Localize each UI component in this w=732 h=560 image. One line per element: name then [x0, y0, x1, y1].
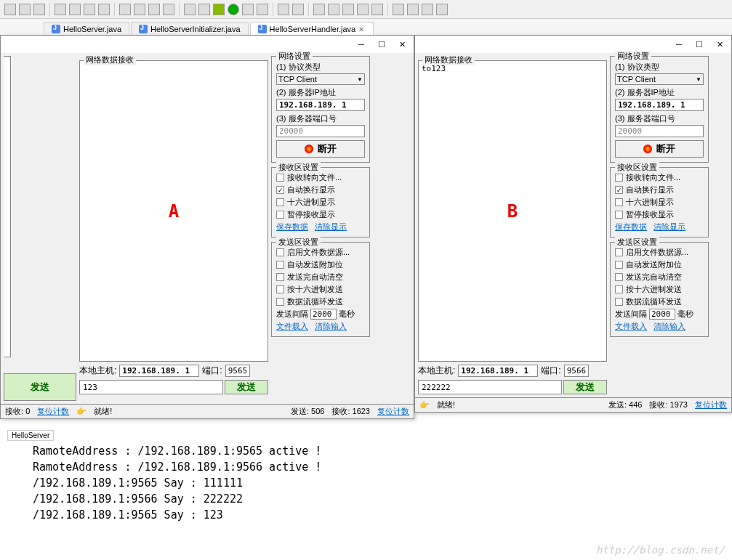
toolbar-icon[interactable]	[357, 4, 369, 15]
checkbox[interactable]	[276, 211, 284, 219]
checkbox[interactable]	[615, 211, 623, 219]
local-port-input[interactable]	[564, 365, 589, 377]
local-port-input[interactable]	[225, 365, 250, 377]
reset-link[interactable]: 复位计数	[377, 406, 409, 417]
proto-combo[interactable]: TCP Client ▼	[615, 73, 704, 85]
toolbar-icon[interactable]	[163, 4, 174, 15]
chk-label: 按十六进制发送	[287, 284, 343, 295]
close-button[interactable]: ✕	[392, 37, 412, 52]
disconnect-button[interactable]: 断开	[276, 140, 365, 158]
reset-link[interactable]: 复位计数	[37, 406, 69, 417]
toolbar-icon[interactable]	[184, 4, 196, 15]
checkbox[interactable]: ✓	[276, 186, 284, 194]
chk-label: 接收转向文件...	[287, 172, 342, 183]
clear-display-link[interactable]: 清除显示	[315, 222, 347, 231]
send-input[interactable]	[418, 380, 562, 394]
server-ip-input[interactable]	[276, 99, 365, 111]
console-line: RamoteAddress : /192.168.189.1:9566 acti…	[33, 459, 321, 475]
port-label: 端口:	[541, 365, 560, 377]
send-button[interactable]: 发送	[225, 380, 268, 394]
toolbar-icon[interactable]	[242, 4, 254, 15]
toolbar-icon[interactable]	[393, 4, 404, 15]
toolbar-icon[interactable]	[98, 4, 110, 15]
checkbox[interactable]	[276, 174, 284, 182]
tab-helloserverinitializer[interactable]: HelloServerInitializer.java	[131, 22, 249, 36]
checkbox[interactable]	[276, 261, 284, 269]
recv-textarea[interactable]: A	[79, 60, 268, 362]
proto-combo[interactable]: TCP Client ▼	[276, 73, 365, 85]
chk-label: 自动换行显示	[287, 184, 335, 195]
close-icon[interactable]: ✕	[358, 25, 366, 33]
toolbar-icon[interactable]	[292, 4, 304, 15]
toolbar-icon[interactable]	[328, 4, 339, 15]
toolbar-icon[interactable]	[148, 4, 160, 15]
checkbox[interactable]: ✓	[615, 186, 623, 194]
save-data-link[interactable]: 保存数据	[615, 222, 647, 231]
send-settings-group: 发送区设置 启用文件数据源... 自动发送附加位 发送完自动清空 按十六进制发送…	[271, 242, 370, 337]
console-tab[interactable]: HelloServer	[7, 430, 54, 441]
toolbar-icon[interactable]	[436, 4, 448, 15]
toolbar-icon[interactable]	[84, 4, 95, 15]
toolbar-icon[interactable]	[198, 4, 210, 15]
file-load-link[interactable]: 文件载入	[276, 322, 308, 330]
toolbar-icon[interactable]	[33, 4, 45, 15]
tab-helloserverhandler[interactable]: HelloServerHandler.java ✕	[250, 22, 374, 36]
toolbar-icon[interactable]	[371, 4, 383, 15]
tab-helloserver[interactable]: HelloServer.java	[44, 22, 129, 36]
clear-display-link[interactable]: 清除显示	[653, 222, 685, 231]
chk-label: 自动发送附加位	[626, 259, 682, 270]
checkbox[interactable]	[615, 248, 623, 256]
checkbox[interactable]	[276, 248, 284, 256]
send-button[interactable]: 发送	[563, 380, 607, 394]
checkbox[interactable]	[276, 285, 284, 293]
checkbox[interactable]	[276, 273, 284, 281]
toolbar-icon[interactable]	[55, 4, 66, 15]
checkbox[interactable]	[615, 198, 623, 206]
checkbox[interactable]	[615, 261, 623, 269]
checkbox[interactable]	[615, 174, 623, 182]
toolbar-icon[interactable]	[69, 4, 81, 15]
toolbar-icon[interactable]	[313, 4, 325, 15]
checkbox[interactable]	[615, 273, 623, 281]
disconnect-button[interactable]: 断开	[615, 140, 704, 158]
toolbar-icon[interactable]	[422, 4, 433, 15]
send-button-left[interactable]: 发送	[4, 373, 76, 401]
toolbar-icon[interactable]	[134, 4, 145, 15]
interval-input[interactable]	[649, 309, 675, 320]
minimize-button[interactable]: ─	[351, 37, 371, 52]
toolbar-icon[interactable]	[19, 4, 31, 15]
toolbar-icon[interactable]	[407, 4, 419, 15]
recv-textarea[interactable]: to123 B	[418, 60, 607, 362]
file-load-link[interactable]: 文件载入	[615, 322, 647, 330]
chk-label: 启用文件数据源...	[287, 247, 350, 258]
save-data-link[interactable]: 保存数据	[276, 222, 308, 231]
run-icon[interactable]	[228, 4, 239, 15]
server-ip-input[interactable]	[615, 99, 704, 111]
interval-input[interactable]	[310, 309, 337, 320]
server-port-input[interactable]	[276, 125, 365, 137]
local-ip-input[interactable]	[458, 365, 538, 377]
checkbox[interactable]	[276, 198, 284, 206]
toolbar-icon[interactable]	[119, 4, 131, 15]
chk-label: 发送完自动清空	[287, 272, 343, 283]
chk-label: 暂停接收显示	[287, 209, 335, 220]
server-port-input[interactable]	[615, 125, 704, 137]
maximize-button[interactable]: ☐	[371, 37, 392, 52]
debug-icon[interactable]	[213, 4, 225, 15]
clear-input-link[interactable]: 清除输入	[315, 322, 347, 330]
toolbar-icon[interactable]	[342, 4, 354, 15]
checkbox[interactable]	[276, 298, 284, 306]
toolbar-icon[interactable]	[4, 4, 16, 15]
close-button[interactable]: ✕	[709, 37, 730, 52]
send-input[interactable]	[79, 380, 223, 394]
checkbox[interactable]	[615, 298, 623, 306]
minimize-button[interactable]: ─	[669, 37, 689, 52]
reset-link[interactable]: 复位计数	[695, 399, 727, 410]
checkbox[interactable]	[615, 285, 623, 293]
maximize-button[interactable]: ☐	[689, 37, 709, 52]
titlebar: ─ ☐ ✕	[1, 36, 414, 53]
toolbar-icon[interactable]	[278, 4, 289, 15]
toolbar-icon[interactable]	[257, 4, 268, 15]
local-ip-input[interactable]	[119, 365, 199, 377]
clear-input-link[interactable]: 清除输入	[653, 322, 685, 330]
